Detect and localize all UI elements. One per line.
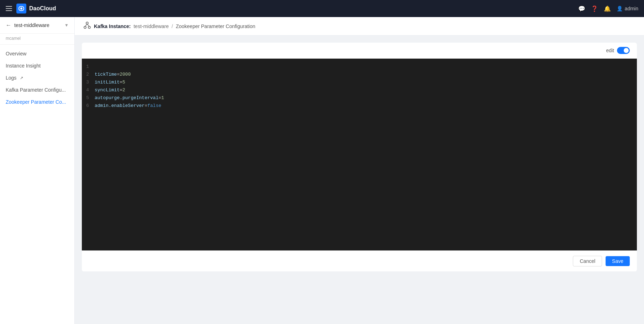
editor-card: edit 1 2 tickTime=2000 bbox=[82, 43, 637, 271]
code-line-2: 2 tickTime=2000 bbox=[82, 71, 637, 79]
sidebar-namespace: mcamel bbox=[0, 34, 74, 45]
sidebar-nav: Overview Instance Insight Logs ↗ Kafka P… bbox=[0, 45, 74, 111]
svg-line-5 bbox=[85, 24, 87, 26]
topnav-left: DaoCloud bbox=[6, 4, 56, 14]
svg-point-2 bbox=[86, 22, 88, 24]
sidebar-item-kafka-param[interactable]: Kafka Parameter Configu... bbox=[0, 84, 74, 96]
editor-footer: Cancel Save bbox=[82, 250, 637, 271]
svg-point-1 bbox=[20, 7, 22, 10]
code-line-3: 3 initLimit=5 bbox=[82, 79, 637, 86]
user-menu[interactable]: 👤 admin bbox=[617, 6, 638, 11]
sidebar-item-zookeeper-param[interactable]: Zookeeper Parameter Co... bbox=[0, 96, 74, 108]
sidebar-back-label: test-middleware bbox=[14, 22, 49, 28]
notification-icon[interactable]: 🔔 bbox=[604, 5, 611, 12]
svg-point-4 bbox=[88, 26, 90, 28]
edit-label: edit bbox=[606, 48, 614, 53]
sidebar-item-label: Instance Insight bbox=[6, 63, 41, 69]
cancel-button[interactable]: Cancel bbox=[573, 256, 602, 266]
code-line-1: 1 bbox=[82, 63, 637, 71]
top-navigation: DaoCloud 💬 ❓ 🔔 👤 admin bbox=[0, 0, 644, 17]
sidebar-item-label: Kafka Parameter Configu... bbox=[6, 87, 66, 93]
code-line-5: 5 autopurge.purgeInterval=1 bbox=[82, 94, 637, 102]
breadcrumb-instance-prefix: Kafka Instance: bbox=[94, 23, 131, 29]
topnav-right: 💬 ❓ 🔔 👤 admin bbox=[578, 5, 638, 12]
page-body: edit 1 2 tickTime=2000 bbox=[75, 36, 644, 324]
breadcrumb-separator: / bbox=[171, 23, 173, 29]
daocloud-logo-icon bbox=[16, 4, 26, 14]
brand-name: DaoCloud bbox=[29, 5, 56, 12]
sidebar-item-label: Zookeeper Parameter Co... bbox=[6, 99, 66, 105]
sidebar-item-instance-insight[interactable]: Instance Insight bbox=[0, 60, 74, 72]
main-content: Kafka Instance: test-middleware / Zookee… bbox=[75, 17, 644, 324]
sidebar-back-button[interactable]: ← test-middleware ▼ bbox=[0, 17, 74, 34]
sidebar-item-overview[interactable]: Overview bbox=[0, 48, 74, 60]
breadcrumb-instance-name[interactable]: test-middleware bbox=[133, 23, 169, 29]
message-icon[interactable]: 💬 bbox=[578, 5, 585, 12]
external-link-icon: ↗ bbox=[20, 76, 23, 80]
back-arrow-icon: ← bbox=[6, 22, 11, 28]
code-line-6: 6 admin.enableServer=false bbox=[82, 102, 637, 110]
code-line-4: 4 syncLimit=2 bbox=[82, 86, 637, 94]
help-icon[interactable]: ❓ bbox=[591, 5, 598, 12]
breadcrumb-current-page: Zookeeper Parameter Configuration bbox=[176, 23, 255, 29]
code-editor[interactable]: 1 2 tickTime=2000 3 initLimit=5 bbox=[82, 59, 637, 250]
sidebar-item-logs[interactable]: Logs ↗ bbox=[0, 72, 74, 84]
brand: DaoCloud bbox=[16, 4, 56, 14]
sidebar-item-label: Overview bbox=[6, 51, 26, 56]
main-layout: ← test-middleware ▼ mcamel Overview Inst… bbox=[0, 17, 644, 324]
toggle-knob bbox=[624, 48, 629, 53]
hamburger-menu[interactable] bbox=[6, 6, 12, 11]
chevron-down-icon: ▼ bbox=[64, 23, 69, 28]
svg-point-3 bbox=[84, 26, 86, 28]
sidebar-item-label: Logs bbox=[6, 75, 16, 81]
sidebar: ← test-middleware ▼ mcamel Overview Inst… bbox=[0, 17, 75, 324]
breadcrumb: Kafka Instance: test-middleware / Zookee… bbox=[75, 17, 644, 36]
editor-toolbar: edit bbox=[82, 43, 637, 59]
user-avatar-icon: 👤 bbox=[617, 6, 623, 11]
admin-label: admin bbox=[625, 6, 638, 11]
edit-toggle[interactable] bbox=[617, 47, 630, 54]
kafka-breadcrumb-icon bbox=[83, 21, 91, 31]
save-button[interactable]: Save bbox=[606, 256, 630, 266]
svg-line-6 bbox=[87, 24, 89, 26]
edit-toggle-row: edit bbox=[606, 47, 630, 54]
